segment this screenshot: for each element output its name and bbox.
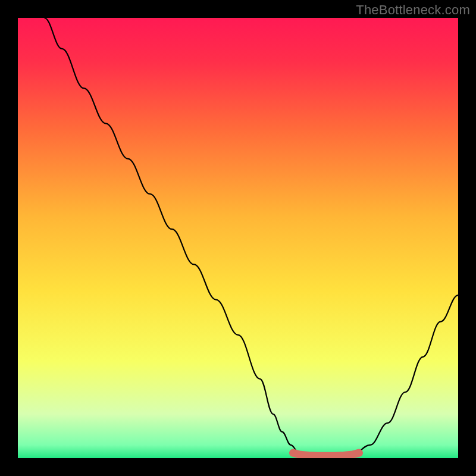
watermark-text: TheBottleneck.com	[356, 2, 470, 18]
optimal-range-markers	[293, 453, 359, 456]
gradient-background	[18, 18, 458, 458]
optimal-range-stroke	[293, 453, 359, 456]
chart-frame: TheBottleneck.com	[0, 0, 476, 476]
bottleneck-chart	[18, 18, 458, 458]
plot-area	[18, 18, 458, 458]
